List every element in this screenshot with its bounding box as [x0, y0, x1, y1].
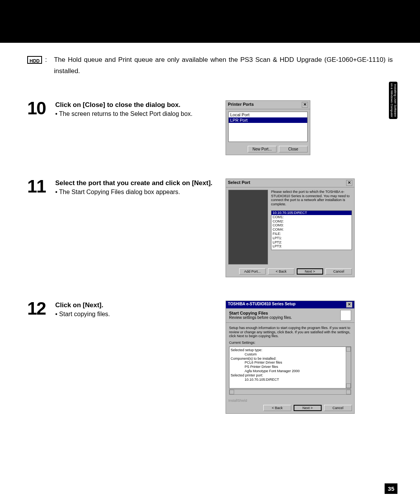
wizard-image [228, 190, 268, 264]
list-item[interactable]: LPR Port [229, 117, 307, 123]
list-item[interactable]: LPT3: [271, 244, 352, 248]
list-item[interactable]: COM3: [271, 223, 352, 228]
cancel-button[interactable]: Cancel [326, 268, 352, 275]
step-heading: Click on [Next]. [55, 301, 214, 309]
close-icon[interactable]: ✕ [302, 102, 308, 108]
settings-line: Component(s) to be installed: [231, 357, 350, 361]
scrollbar-vertical[interactable] [346, 347, 351, 388]
dialog-title-bar: Select Port ✕ [226, 179, 354, 187]
start-copying-files-dialog: TOSHIBA e-STUDIO810 Series Setup ✕ Start… [226, 301, 355, 414]
settings-line: Agfa Monotype Font Manager 2000 [231, 369, 350, 373]
back-button[interactable]: < Back [268, 268, 294, 275]
step-10: 10 Click on [Close] to close the dialog … [27, 100, 393, 155]
close-icon[interactable]: ✕ [346, 302, 352, 308]
list-item[interactable]: COM1: [271, 215, 352, 219]
settings-line: 10.10.70.105:DIRECT [231, 378, 350, 382]
settings-line: Selected printer port: [231, 373, 350, 378]
step-11: 11 Select the port that you create and c… [27, 178, 393, 277]
dialog-title: Select Port [228, 180, 250, 186]
scroll-down-icon[interactable] [346, 383, 351, 388]
side-tab: Installing User Software on a Windows Co… [389, 82, 397, 119]
installshield-label: InstallShield [226, 398, 354, 403]
dialog-title: Printer Ports [228, 102, 254, 108]
list-item[interactable]: LPT2: [271, 240, 352, 245]
next-button[interactable]: Next > [294, 405, 322, 411]
new-port-button[interactable]: New Port... [248, 146, 276, 152]
settings-line: Custom [231, 352, 350, 357]
step-number: 10 [27, 100, 52, 117]
wizard-heading: Start Copying Files [229, 311, 292, 315]
hdd-icon: HDD [27, 56, 42, 64]
port-type-list[interactable]: Local Port LPR Port [228, 112, 308, 142]
back-button[interactable]: < Back [263, 405, 291, 411]
step-heading: Select the port that you create and clic… [55, 179, 214, 187]
settings-line: PCL6 Printer Driver files [231, 360, 350, 365]
list-item[interactable]: COM2: [271, 219, 352, 224]
current-settings-label: Current Settings: [229, 341, 351, 345]
list-item[interactable]: FILE: [271, 232, 352, 236]
dialog-description: Setup has enough information to start co… [229, 326, 351, 338]
step-number: 11 [27, 178, 52, 196]
dialog-title-bar: TOSHIBA e-STUDIO810 Series Setup ✕ [226, 301, 354, 308]
dialog-title: TOSHIBA e-STUDIO810 Series Setup [228, 302, 296, 308]
settings-listbox[interactable]: Selected setup type: Custom Component(s)… [229, 346, 351, 388]
scrollbar-horizontal[interactable] [229, 389, 351, 395]
add-port-button[interactable]: Add Port... [239, 268, 266, 275]
scroll-left-icon[interactable] [229, 390, 234, 394]
step-sub: Start copying files. [55, 311, 214, 318]
page-number: 35 [385, 483, 397, 494]
step-sub: The Start Copying Files dialog box appea… [55, 189, 214, 196]
cancel-button[interactable]: Cancel [324, 405, 352, 411]
hdd-text: The Hold queue and Print queue are only … [54, 54, 393, 77]
header-black-bar [0, 0, 420, 43]
close-button[interactable]: Close [279, 146, 308, 152]
next-button[interactable]: Next > [297, 268, 323, 275]
port-list[interactable]: 10.10.70.105:DIRECT COM1: COM2: COM3: CO… [271, 210, 352, 250]
step-sub: The screen returns to the Select Port di… [55, 110, 214, 117]
settings-line: Selected setup type: [231, 348, 350, 352]
settings-line: PS Printer Driver files [231, 365, 350, 369]
scroll-up-icon[interactable] [346, 347, 351, 352]
printer-ports-dialog: Printer Ports ✕ Local Port LPR Port New … [226, 100, 310, 155]
step-12: 12 Click on [Next]. Start copying files.… [27, 301, 393, 414]
hdd-note: HDD : The Hold queue and Print queue are… [27, 54, 393, 77]
step-number: 12 [27, 301, 52, 318]
step-heading: Click on [Close] to close the dialog box… [55, 101, 214, 109]
list-item[interactable]: LPT1: [271, 236, 352, 240]
list-item[interactable]: Local Port [229, 112, 307, 117]
close-icon[interactable]: ✕ [346, 180, 352, 186]
hdd-colon: : [45, 54, 47, 77]
list-item[interactable]: COM4: [271, 228, 352, 232]
scroll-right-icon[interactable] [346, 390, 351, 394]
printer-icon [340, 310, 351, 321]
wizard-subheading: Review settings before copying files. [229, 315, 292, 320]
dialog-description: Please select the port to which the TOSH… [271, 190, 352, 206]
dialog-title-bar: Printer Ports ✕ [226, 101, 310, 109]
list-item[interactable]: 10.10.70.105:DIRECT [271, 211, 352, 215]
select-port-dialog: Select Port ✕ Please select the port to … [226, 178, 355, 277]
